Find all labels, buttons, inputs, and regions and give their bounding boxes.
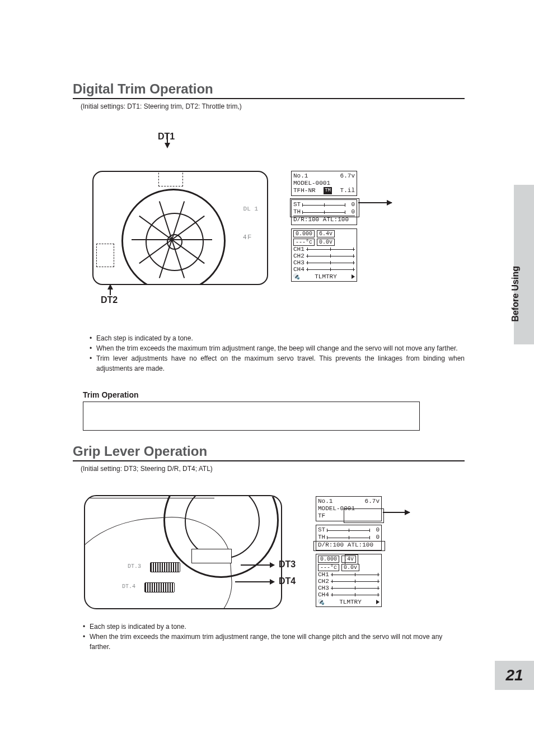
bullet-2-2: When the trim exceeds the maximum trim a… bbox=[90, 632, 465, 652]
lcd2-th: TH bbox=[318, 534, 325, 541]
wheel-spokes bbox=[121, 189, 222, 285]
play-icon-2 bbox=[376, 600, 380, 604]
lcd-timer: 0.000 bbox=[293, 230, 315, 237]
lcd2-highlight-3 bbox=[345, 554, 358, 564]
lcd-temp: ---°c bbox=[293, 239, 315, 246]
bullet-1-2: When the trim exceeds the maximum trim a… bbox=[96, 343, 458, 353]
dl1-label: DL 1 bbox=[243, 206, 258, 212]
dt2-arrow-icon bbox=[107, 284, 113, 290]
lcd2-batt-volt: 6.7v bbox=[365, 498, 380, 505]
lcd2-st-val: 0 bbox=[372, 526, 380, 534]
lcd1-highlight-box bbox=[290, 198, 359, 217]
dt4-small-label: DT.4 bbox=[122, 584, 135, 590]
section1-initial-settings: (Initial settings: DT1: Steering trim, D… bbox=[81, 102, 465, 110]
fourf-label: 4F bbox=[243, 234, 252, 240]
lcd-ch1: CH1 bbox=[293, 246, 305, 253]
dt2-label: DT2 bbox=[101, 295, 118, 305]
grip-illustration: DT.3 DT.4 bbox=[84, 495, 282, 609]
lcd2-temp: ---°c bbox=[318, 564, 339, 571]
section2-initial-settings: (Initial setting: DT3; Steering D/R, DT4… bbox=[81, 465, 465, 473]
lcd-timer-frame: 0.000 6.4v ---°c 0.0v CH1 CH2 CH3 CH4 🔊T… bbox=[291, 228, 357, 282]
section1-underline bbox=[73, 98, 465, 99]
lcd-ch2: CH2 bbox=[293, 253, 305, 259]
lcd-rx-volt: 6.4v bbox=[317, 230, 335, 237]
play-icon bbox=[352, 274, 355, 279]
lcd2-th-val: 0 bbox=[372, 534, 380, 541]
bullet-2-1: Each step is indicated by a tone. bbox=[90, 622, 186, 632]
dt3-label: DT3 bbox=[279, 559, 296, 570]
bullet-1-1: Each step is indicated by a tone. bbox=[96, 333, 193, 343]
lcd2-ch1: CH1 bbox=[318, 571, 329, 578]
lcd-ch4: CH4 bbox=[293, 266, 305, 273]
lcd-signal: T.il bbox=[340, 187, 355, 194]
lcd2-timer: 0.000 bbox=[318, 556, 339, 563]
page-number-box: 21 bbox=[495, 661, 534, 690]
section2-underline bbox=[73, 460, 465, 461]
trim-operation-box bbox=[83, 402, 420, 431]
transmitter-wheel-illustration: DL 1 4F bbox=[92, 171, 268, 285]
lcd2-ch2: CH2 bbox=[318, 578, 329, 585]
section2-bullets: •Each step is indicated by a tone. •When… bbox=[73, 622, 465, 652]
lcd2-model-no: No.1 bbox=[318, 498, 332, 505]
dt2-target-box bbox=[96, 244, 114, 267]
section1-title: Digital Trim Operation bbox=[73, 81, 465, 97]
dt1-arrow-stem bbox=[167, 134, 168, 144]
lcd2-ch3: CH3 bbox=[318, 585, 329, 591]
lcd-model-name: MODEL-0001 bbox=[293, 180, 330, 187]
lcd2-st: ST bbox=[318, 526, 325, 534]
dt4-arrow bbox=[235, 581, 274, 582]
lcd-batt-volt: 6.7v bbox=[340, 172, 355, 180]
lcd-mode: TFH-NR bbox=[293, 187, 316, 194]
page-number: 21 bbox=[505, 666, 523, 684]
lcd-ch3: CH3 bbox=[293, 259, 305, 266]
figure2: DT.3 DT.4 DT3 DT4 No.16.7v MODEL-0001 TF… bbox=[73, 491, 465, 614]
lever-mount bbox=[191, 549, 232, 563]
lcd2-tlmtry: TLMTRY bbox=[339, 599, 362, 605]
figure1: DT1 DL 1 4F bbox=[73, 148, 465, 294]
lcd2-mode: TF bbox=[318, 512, 325, 520]
sound-icon-2: 🔊 bbox=[318, 599, 325, 605]
dt3-small-label: DT.3 bbox=[128, 563, 141, 570]
dt1-target-box bbox=[158, 171, 183, 186]
dt3-arrow bbox=[241, 564, 274, 566]
section2-title: Grip Lever Operation bbox=[73, 444, 465, 459]
section-tab-label: Before Using bbox=[510, 266, 521, 322]
lcd2-ch4: CH4 bbox=[318, 591, 329, 598]
dt4-label: DT4 bbox=[279, 576, 296, 586]
dt3-lever bbox=[150, 562, 180, 572]
lcd-display-1: No.16.7v MODEL-0001 TFH-NRTMT.il ST0 TH0… bbox=[291, 171, 357, 285]
lcd-tlmtry: TLMTRY bbox=[315, 273, 337, 280]
bullet-1-3: Trim lever adjustments have no effect on… bbox=[96, 353, 465, 374]
lcd-top-frame: No.16.7v MODEL-0001 TFH-NRTMT.il bbox=[291, 171, 357, 196]
dt4-lever bbox=[144, 582, 175, 592]
trim-operation-heading: Trim Operation bbox=[83, 390, 465, 399]
lcd-ext-volt: 0.0v bbox=[317, 239, 335, 246]
lcd2-arrow-1 bbox=[383, 512, 410, 513]
sound-icon: 🔊 bbox=[293, 273, 300, 280]
lcd2-highlight-1 bbox=[344, 508, 384, 523]
lcd-model-no: No.1 bbox=[293, 172, 308, 180]
section1-bullets: •Each step is indicated by a tone. •When… bbox=[73, 333, 465, 374]
lcd2-highlight-2 bbox=[313, 541, 385, 551]
lcd2-ext-volt: 0.0v bbox=[341, 564, 359, 571]
lcd1-arrow bbox=[358, 202, 392, 203]
